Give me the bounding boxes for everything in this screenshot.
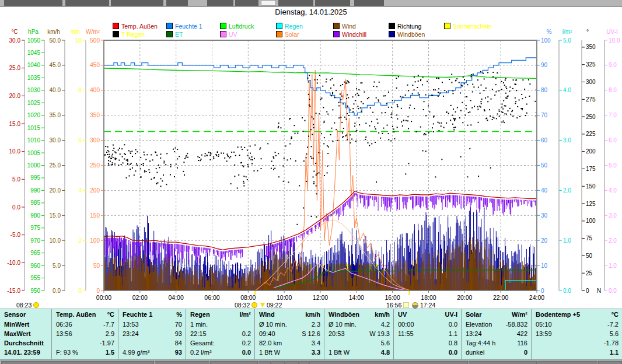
sun-icon xyxy=(33,302,39,308)
table-cell: 5.6 xyxy=(610,330,618,337)
table-cell: Durchschnitt xyxy=(4,340,44,346)
sun-marker-17-24: 17:24 xyxy=(412,302,435,309)
svg-text:350: 350 xyxy=(586,44,596,50)
table-cell: MinWert xyxy=(4,321,29,328)
svg-text:500: 500 xyxy=(90,37,100,44)
table-column-regen: Regenl/m²1 min.22:150.2Gesamt:0.20.2 l/m… xyxy=(186,309,255,359)
sun-marker-time: 08:32 xyxy=(235,302,250,309)
svg-text:150: 150 xyxy=(586,183,596,190)
svg-text:04:00: 04:00 xyxy=(169,294,184,301)
table-cell: Windböen xyxy=(329,311,359,318)
svg-text:980: 980 xyxy=(30,212,40,219)
table-cell: 0.8 xyxy=(449,340,457,346)
svg-text:1050: 1050 xyxy=(27,37,41,44)
statusbar-strip-remnant[interactable] xyxy=(0,360,622,364)
svg-text:1020: 1020 xyxy=(27,112,41,118)
table-cell: 09:40 xyxy=(259,330,275,337)
time-axis: 00:0002:0004:0006:0008:0010:0012:0014:00… xyxy=(96,290,544,301)
svg-text:00:00: 00:00 xyxy=(96,294,111,301)
table-cell: 13:59 xyxy=(536,330,552,337)
table-cell: Elevation xyxy=(466,321,492,328)
svg-text:14:00: 14:00 xyxy=(349,294,364,301)
svg-text:24:00: 24:00 xyxy=(529,294,544,301)
svg-text:8.0: 8.0 xyxy=(609,87,617,93)
axis-sunshine: min0246810 xyxy=(71,29,86,294)
table-cell: UV xyxy=(398,311,407,318)
table-cell: MaxWert xyxy=(4,330,31,337)
axis-solar: W/m²050100150200250300350400450500 xyxy=(86,29,104,294)
svg-text:50: 50 xyxy=(541,162,548,169)
table-cell: UV-I xyxy=(445,311,457,318)
svg-text:175: 175 xyxy=(586,166,596,172)
table-cell: 0.0 xyxy=(242,349,251,356)
svg-text:150: 150 xyxy=(90,212,100,219)
pale-square-icon xyxy=(403,302,409,308)
svg-text:970: 970 xyxy=(30,237,40,244)
svg-text:10: 10 xyxy=(541,262,548,269)
table-cell: 1 Bft W xyxy=(259,349,280,356)
svg-text:955: 955 xyxy=(30,275,40,281)
svg-text:min: min xyxy=(71,29,80,35)
svg-text:25: 25 xyxy=(586,270,593,276)
svg-text:325: 325 xyxy=(586,61,596,68)
weather-station-day-view: { "title": "Dienstag, 14.01.2025", "lege… xyxy=(0,0,622,364)
svg-text:1010: 1010 xyxy=(27,137,41,144)
svg-text:225: 225 xyxy=(586,131,596,137)
svg-text:975: 975 xyxy=(30,225,40,231)
svg-text:275: 275 xyxy=(586,96,596,103)
table-cell: W 19.3 xyxy=(369,330,390,337)
statusbar-panel-remnant xyxy=(258,361,271,364)
statusbar-panel-remnant xyxy=(299,361,309,364)
table-cell: F: 93 % xyxy=(56,349,78,356)
svg-text:30.0: 30.0 xyxy=(9,37,21,44)
svg-text:300: 300 xyxy=(586,79,596,85)
svg-text:300: 300 xyxy=(90,137,100,144)
table-cell: km/h xyxy=(375,311,390,318)
svg-text:950: 950 xyxy=(30,288,40,294)
svg-text:100: 100 xyxy=(541,37,551,44)
svg-text:70: 70 xyxy=(541,112,548,118)
svg-text:450: 450 xyxy=(90,62,100,68)
svg-text:75: 75 xyxy=(586,235,593,242)
svg-text:10: 10 xyxy=(75,37,82,44)
table-cell: 0.2 l/m² xyxy=(190,349,212,356)
svg-text:12:00: 12:00 xyxy=(313,294,328,301)
svg-text:1035: 1035 xyxy=(27,75,41,81)
statusbar-panel-remnant xyxy=(537,361,597,364)
table-cell: Temp. Außen xyxy=(56,311,96,318)
table-cell: Regen xyxy=(190,311,210,318)
statusbar-panel-remnant xyxy=(469,361,537,364)
table-cell: 422 xyxy=(517,330,527,337)
table-cell: 0 xyxy=(524,349,527,356)
svg-text:°: ° xyxy=(586,29,589,35)
table-column-feuchte-1: Feuchte 1%13:537023:2493844.99 g/m³93 xyxy=(118,309,186,359)
table-column-windb-en: Windböenkm/hØ 10 min.4.220:53W 19.35.61 … xyxy=(324,309,394,359)
svg-text:5.0: 5.0 xyxy=(12,176,20,183)
table-cell: l/m² xyxy=(239,311,251,318)
table-cell: 1.1 xyxy=(449,330,457,337)
svg-text:hPa: hPa xyxy=(28,29,39,35)
svg-text:60: 60 xyxy=(541,137,548,144)
table-column-temp-au-en: Temp. Außen°C06:36-7.713:562.9-1.97F: 93… xyxy=(51,309,118,359)
svg-text:4: 4 xyxy=(78,187,82,194)
table-cell: 93 xyxy=(175,349,182,356)
table-column-wind: Windkm/hØ 10 min.2.309:40S 12.682.0 km3.… xyxy=(254,309,324,359)
svg-text:45.0: 45.0 xyxy=(50,62,61,68)
svg-text:125: 125 xyxy=(586,201,596,207)
svg-text:0.0: 0.0 xyxy=(12,204,20,211)
svg-text:18:00: 18:00 xyxy=(421,294,436,301)
svg-text:3.0: 3.0 xyxy=(563,137,571,144)
table-cell: Wind xyxy=(259,311,275,318)
svg-text:1.0: 1.0 xyxy=(563,237,571,244)
table-cell: 82.0 km xyxy=(259,340,282,346)
table-cell: 3.4 xyxy=(312,340,320,346)
svg-text:1045: 1045 xyxy=(27,50,41,56)
table-column-bodentemp-5: Bodentemp +5°C05:10-7.213:595.6-1.781.1 xyxy=(531,309,622,359)
svg-text:2: 2 xyxy=(78,237,82,244)
axis-pressure: hPa9509559609659709759809859909951000100… xyxy=(27,29,44,294)
table-cell: 93 xyxy=(175,330,182,337)
sunrise-arrow-icon xyxy=(260,303,265,307)
svg-text:0.0: 0.0 xyxy=(563,288,571,294)
svg-text:90: 90 xyxy=(541,62,548,68)
statusbar-panel-remnant xyxy=(271,361,285,364)
